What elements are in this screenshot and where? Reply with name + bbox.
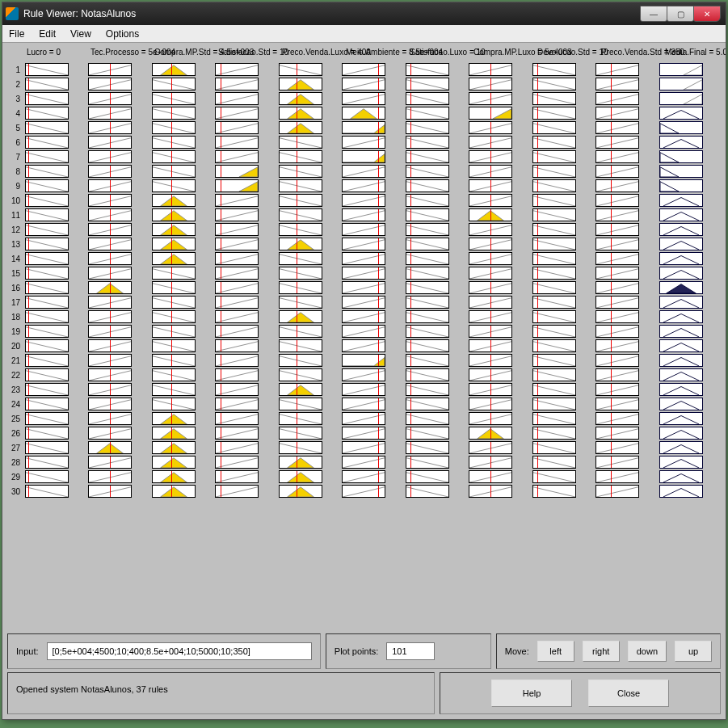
output-mf-cell[interactable] [659,267,703,280]
input-marker[interactable] [378,297,379,308]
move-down-button[interactable]: down [628,641,667,662]
mf-cell[interactable] [279,310,322,323]
input-marker[interactable] [611,78,612,90]
input-marker[interactable] [410,107,411,119]
input-marker[interactable] [171,122,172,133]
input-marker[interactable] [221,253,221,264]
mf-cell[interactable] [215,470,259,483]
mf-cell[interactable] [342,179,385,192]
mf-cell[interactable] [88,485,132,498]
input-marker[interactable] [297,384,297,395]
input-marker[interactable] [28,64,29,75]
mf-cell[interactable] [469,383,512,396]
input-marker[interactable] [110,195,111,206]
mf-cell[interactable] [279,78,322,90]
input-marker[interactable] [410,224,411,235]
input-marker[interactable] [490,282,491,293]
input-marker[interactable] [28,398,29,410]
input-marker[interactable] [378,151,379,162]
mf-cell[interactable] [532,470,576,483]
input-marker[interactable] [221,122,221,133]
input-marker[interactable] [611,253,612,264]
input-marker[interactable] [410,486,411,497]
input-marker[interactable] [490,166,491,177]
input-marker[interactable] [611,427,612,439]
mf-cell[interactable] [88,281,132,294]
input-marker[interactable] [297,457,297,468]
mf-cell[interactable] [342,339,385,352]
input-marker[interactable] [378,369,379,381]
mf-cell[interactable] [532,354,576,367]
input-marker[interactable] [221,398,221,410]
input-marker[interactable] [490,238,491,250]
mf-cell[interactable] [279,238,322,250]
mf-cell[interactable] [469,63,512,76]
input-marker[interactable] [297,93,297,104]
mf-cell[interactable] [469,92,512,105]
input-marker[interactable] [490,93,491,104]
mf-cell[interactable] [152,281,196,294]
input-marker[interactable] [297,64,297,75]
mf-cell[interactable] [469,354,512,367]
output-mf-cell[interactable] [659,150,703,163]
mf-cell[interactable] [469,325,512,338]
input-marker[interactable] [490,384,491,395]
mf-cell[interactable] [532,223,576,236]
input-marker[interactable] [490,369,491,381]
input-marker[interactable] [490,297,491,308]
output-mf-cell[interactable] [659,456,703,469]
mf-cell[interactable] [25,121,69,134]
input-marker[interactable] [537,209,538,221]
mf-cell[interactable] [279,63,322,76]
input-marker[interactable] [378,64,379,75]
mf-cell[interactable] [342,296,385,309]
mf-cell[interactable] [152,194,196,207]
mf-cell[interactable] [152,223,196,236]
mf-cell[interactable] [342,194,385,207]
input-marker[interactable] [490,427,491,439]
mf-cell[interactable] [406,238,449,250]
mf-cell[interactable] [342,281,385,294]
input-marker[interactable] [221,78,221,90]
input-marker[interactable] [28,384,29,395]
input-marker[interactable] [110,486,111,497]
input-marker[interactable] [171,297,172,308]
mf-cell[interactable] [469,470,512,483]
mf-cell[interactable] [532,78,576,90]
input-marker[interactable] [297,326,297,337]
mf-cell[interactable] [469,78,512,90]
output-mf-cell[interactable] [659,281,703,294]
move-left-button[interactable]: left [537,641,574,662]
input-marker[interactable] [221,442,221,453]
mf-cell[interactable] [279,485,322,498]
input-marker[interactable] [537,326,538,337]
mf-cell[interactable] [152,252,196,265]
input-marker[interactable] [490,355,491,366]
input-marker[interactable] [611,471,612,482]
input-marker[interactable] [171,355,172,366]
mf-cell[interactable] [532,339,576,352]
mf-cell[interactable] [406,441,449,454]
output-mf-cell[interactable] [659,165,703,178]
mf-cell[interactable] [25,63,69,76]
input-marker[interactable] [410,238,411,250]
input-marker[interactable] [490,137,491,148]
input-marker[interactable] [221,311,221,322]
mf-cell[interactable] [406,470,449,483]
input-marker[interactable] [490,413,491,424]
mf-cell[interactable] [152,412,196,425]
mf-cell[interactable] [88,368,132,381]
mf-cell[interactable] [25,485,69,498]
mf-cell[interactable] [25,208,69,221]
input-marker[interactable] [410,267,411,279]
mf-cell[interactable] [406,368,449,381]
input-marker[interactable] [378,326,379,337]
mf-cell[interactable] [215,398,259,410]
input-marker[interactable] [297,297,297,308]
mf-cell[interactable] [279,339,322,352]
mf-cell[interactable] [152,310,196,323]
input-marker[interactable] [297,238,297,250]
input-marker[interactable] [171,93,172,104]
input-marker[interactable] [490,78,491,90]
mf-cell[interactable] [25,252,69,265]
